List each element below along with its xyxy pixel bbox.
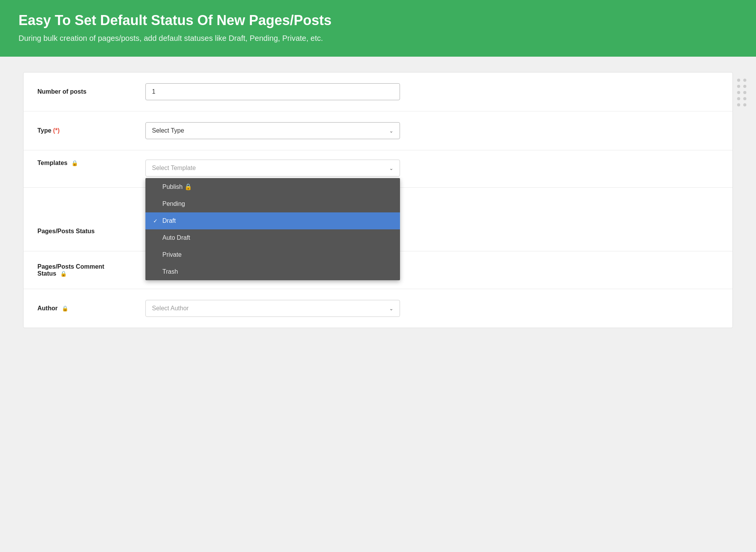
author-label: Author 🔒 [37, 305, 145, 312]
author-select-placeholder: Select Author [152, 305, 189, 312]
author-select[interactable]: Select Author ⌄ [145, 300, 400, 317]
dropdown-item-label: Auto Draft [162, 234, 190, 241]
type-select[interactable]: Select Type ⌄ [145, 122, 400, 139]
dot [737, 79, 740, 82]
dropdown-item-draft[interactable]: ✓ Draft [145, 212, 400, 229]
dot [743, 97, 746, 100]
dropdown-item-trash[interactable]: Trash [145, 263, 400, 280]
dot [737, 103, 740, 106]
dropdown-item-private[interactable]: Private [145, 246, 400, 263]
templates-label: Templates 🔒 [37, 160, 145, 167]
dropdown-item-label: Private [162, 251, 182, 258]
main-content: Number of posts Type (*) Select Type ⌄ T [0, 57, 756, 343]
chevron-down-icon: ⌄ [389, 165, 393, 171]
author-input-area: Select Author ⌄ [145, 300, 719, 317]
lock-icon: 🔒 [60, 271, 67, 277]
dot [737, 85, 740, 88]
templates-row: Templates 🔒 Select Template ⌄ Publish 🔒 [24, 150, 732, 188]
decorative-dots [737, 79, 746, 106]
dropdown-item-label: Pending [162, 200, 185, 207]
page-subtitle: During bulk creation of pages/posts, add… [19, 34, 737, 43]
dot [743, 91, 746, 94]
chevron-down-icon: ⌄ [389, 306, 393, 311]
number-of-posts-input-area [145, 83, 719, 100]
lock-icon: 🔒 [71, 160, 78, 166]
header-banner: Easy To Set Default Status Of New Pages/… [0, 0, 756, 57]
templates-select-placeholder: Select Template [152, 165, 196, 172]
type-select-value: Select Type [152, 127, 184, 134]
templates-select[interactable]: Select Template ⌄ [145, 160, 400, 177]
status-dropdown: Publish 🔒 Pending ✓ Draft Auto Draft [145, 178, 400, 280]
comment-status-label: Pages/Posts CommentStatus 🔒 [37, 263, 145, 277]
type-input-area: Select Type ⌄ [145, 122, 719, 139]
check-icon: ✓ [153, 218, 159, 224]
dropdown-item-pending[interactable]: Pending [145, 195, 400, 212]
dot [737, 91, 740, 94]
templates-input-area: Select Template ⌄ Publish 🔒 Pending ✓ [145, 160, 719, 177]
dot [743, 79, 746, 82]
type-row: Type (*) Select Type ⌄ [24, 111, 732, 150]
lock-icon: 🔒 [62, 305, 68, 311]
page-title: Easy To Set Default Status Of New Pages/… [19, 12, 737, 29]
number-of-posts-input[interactable] [145, 83, 400, 100]
chevron-down-icon: ⌄ [389, 128, 393, 134]
dot [743, 103, 746, 106]
dropdown-item-label: Trash [162, 268, 178, 275]
dropdown-item-publish[interactable]: Publish 🔒 [145, 178, 400, 195]
dropdown-item-auto-draft[interactable]: Auto Draft [145, 229, 400, 246]
required-marker: (*) [53, 127, 60, 134]
dot [737, 97, 740, 100]
form-card: Number of posts Type (*) Select Type ⌄ T [23, 72, 733, 328]
dropdown-item-label: Draft [162, 217, 176, 224]
dropdown-item-label: Publish 🔒 [162, 183, 192, 190]
number-of-posts-row: Number of posts [24, 72, 732, 111]
number-of-posts-label: Number of posts [37, 88, 145, 95]
dot [743, 85, 746, 88]
author-row: Author 🔒 Select Author ⌄ [24, 289, 732, 328]
type-label: Type (*) [37, 127, 145, 134]
pages-posts-status-label: Pages/Posts Status [37, 228, 145, 235]
